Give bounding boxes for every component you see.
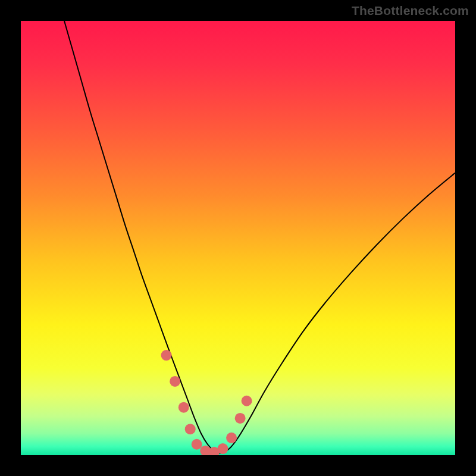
highlight-dot xyxy=(178,402,189,413)
bottleneck-curve xyxy=(64,21,455,453)
watermark-text: TheBottleneck.com xyxy=(352,4,469,18)
highlight-dot xyxy=(235,413,246,424)
highlight-dot xyxy=(217,443,228,454)
highlight-dot xyxy=(242,396,252,406)
highlight-dot xyxy=(185,424,196,434)
highlight-dot xyxy=(192,439,202,450)
highlight-dot xyxy=(170,376,180,387)
highlight-dot xyxy=(161,350,172,361)
curve-layer xyxy=(21,21,455,455)
highlight-dot xyxy=(226,433,237,443)
plot-area xyxy=(21,21,455,455)
chart-root: TheBottleneck.com xyxy=(0,0,476,476)
